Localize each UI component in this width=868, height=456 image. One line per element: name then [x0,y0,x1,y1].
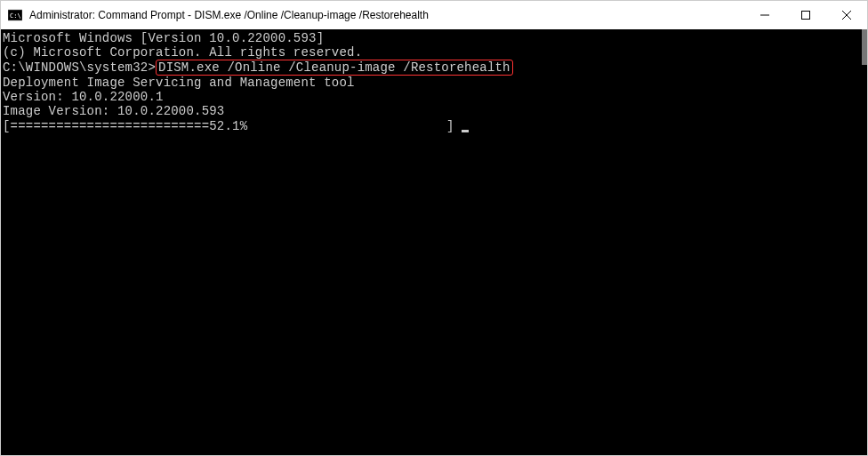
minimize-button[interactable] [744,1,785,29]
window-controls [744,1,867,29]
close-button[interactable] [826,1,867,29]
tool-version-line: Version: 10.0.22000.1 [3,90,867,104]
svg-rect-3 [802,12,810,20]
prompt-path: C:\WINDOWS\system32> [3,60,156,75]
cursor [462,130,469,132]
command-highlight: DISM.exe /Online /Cleanup-image /Restore… [156,60,513,76]
scrollbar-thumb[interactable] [862,29,867,65]
tool-name-line: Deployment Image Servicing and Managemen… [3,76,867,90]
image-version-line: Image Version: 10.0.22000.593 [3,104,867,118]
cmd-icon: C:\ [8,8,22,22]
terminal-area[interactable]: Microsoft Windows [Version 10.0.22000.59… [1,29,867,455]
progress-bar-right: ] [247,119,462,133]
os-version-line: Microsoft Windows [Version 10.0.22000.59… [3,31,867,45]
titlebar[interactable]: C:\ Administrator: Command Prompt - DISM… [1,1,867,29]
svg-text:C:\: C:\ [10,12,21,20]
window-title: Administrator: Command Prompt - DISM.exe… [29,9,744,21]
progress-line: [==========================52.1% ] [3,119,867,133]
maximize-button[interactable] [785,1,826,29]
progress-bar-left: [==========================52.1% [3,119,247,133]
prompt-line: C:\WINDOWS\system32>DISM.exe /Online /Cl… [3,60,867,76]
command-prompt-window: C:\ Administrator: Command Prompt - DISM… [0,0,868,456]
copyright-line: (c) Microsoft Corporation. All rights re… [3,45,867,60]
